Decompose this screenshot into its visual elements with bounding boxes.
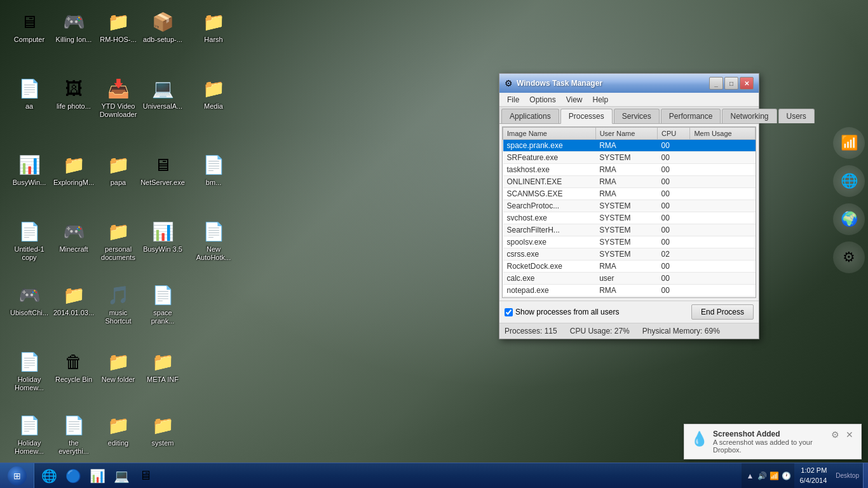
tray-network-icon[interactable]: 📶 (769, 471, 779, 481)
icon-label-ytd-video: YTD Video Downloader (98, 102, 139, 119)
close-button[interactable]: ✕ (740, 77, 754, 90)
tray-time-icon[interactable]: 🕐 (781, 471, 791, 481)
proc-name-10: RocketDock.exe (503, 261, 596, 273)
maximize-button[interactable]: □ (724, 77, 738, 90)
notification-settings-icon[interactable]: ⚙ (831, 430, 839, 440)
table-row[interactable]: spoolsv.exe SYSTEM 00 (503, 236, 756, 248)
desktop-icon-new-autohotk[interactable]: 📄 New AutoHotk... (191, 216, 236, 264)
desktop-icon-new-folder[interactable]: 📁 New folder (95, 346, 141, 386)
col-image-name[interactable]: Image Name (503, 128, 596, 140)
desktop-icon-life-photo[interactable]: 🖼 life photo... (51, 73, 97, 113)
desktop-label[interactable]: Desktop (832, 472, 863, 479)
taskbar-chrome-icon[interactable]: 🔵 (62, 464, 85, 487)
show-desktop-button[interactable] (863, 463, 868, 489)
menu-file[interactable]: File (502, 94, 524, 105)
table-row[interactable]: notepad.exe RMA 00 (503, 285, 756, 297)
table-row[interactable]: svchost.exe SYSTEM 00 (503, 212, 756, 224)
start-button[interactable]: ⊞ (0, 463, 34, 489)
tab-performance[interactable]: Performance (661, 109, 721, 123)
desktop-icon-computer[interactable]: 🖥 Computer (6, 6, 52, 46)
col-cpu[interactable]: CPU (658, 128, 690, 140)
sidebar-right: 📶 🌐 🌍 ⚙ (833, 127, 865, 273)
desktop-icon-holiday-hw2[interactable]: 📄 Holiday Homew... (6, 410, 52, 458)
proc-user-1: SYSTEM (595, 152, 657, 164)
tab-users[interactable]: Users (778, 109, 815, 123)
menu-view[interactable]: View (561, 94, 588, 105)
desktop-icon-media[interactable]: 📁 Media (191, 73, 236, 113)
desktop-icon-busywin35[interactable]: 📊 BusyWin 3.5 (140, 216, 186, 256)
desktop-icon-ubisoft[interactable]: 🎮 UbisoftChi... (6, 280, 52, 320)
sidebar-globe2-icon[interactable]: 🌍 (833, 203, 865, 235)
desktop-icon-bm[interactable]: 📄 bm... (191, 149, 236, 189)
tray-arrow-icon[interactable]: ▲ (745, 471, 755, 481)
tab-networking[interactable]: Networking (722, 109, 776, 123)
taskbar-task5-icon[interactable]: 🖥 (134, 464, 157, 487)
desktop-icon-music-shortcut[interactable]: 🎵 music Shortcut (95, 280, 141, 328)
desktop-icon-holiday-hw[interactable]: 📄 Holiday Homew... (6, 346, 52, 395)
icon-label-universala: UniversalA... (143, 102, 182, 111)
desktop-icon-system[interactable]: 📁 system (140, 410, 186, 450)
clock[interactable]: 1:02 PM 6/4/2014 (794, 466, 832, 485)
icon-img-minecraft: 🎮 (61, 219, 86, 244)
desktop-icon-aa[interactable]: 📄 aa (6, 73, 52, 113)
table-row[interactable]: SearchFilterH... SYSTEM 00 (503, 224, 756, 236)
tab-services[interactable]: Services (614, 109, 660, 123)
notification-close-icon[interactable]: ✕ (844, 430, 855, 440)
minimize-button[interactable]: _ (709, 77, 723, 90)
icon-label-system: system (152, 439, 174, 447)
desktop-icon-minecraft[interactable]: 🎮 Minecraft (51, 216, 97, 256)
table-row[interactable]: SearchProtoc... SYSTEM 00 (503, 200, 756, 212)
table-row[interactable]: space.prank.exe RMA 00 (503, 140, 756, 152)
tab-processes[interactable]: Processes (560, 109, 613, 124)
end-process-button[interactable]: End Process (691, 304, 754, 320)
desktop-icon-meta-inf[interactable]: 📁 META INF (140, 346, 186, 386)
desktop-icon-papa[interactable]: 📁 papa (95, 149, 141, 189)
desktop-icon-recycle-bin[interactable]: 🗑 Recycle Bin (51, 346, 97, 386)
proc-user-10: RMA (595, 261, 657, 273)
col-mem[interactable]: Mem Usage (690, 128, 756, 140)
icon-img-netserver: 🖥 (150, 152, 175, 177)
sidebar-wifi-icon[interactable]: 📶 (833, 127, 865, 159)
icon-img-system: 📁 (150, 412, 175, 438)
desktop-icon-busywin[interactable]: 📊 BusyWin... (6, 149, 52, 189)
col-user-name[interactable]: User Name (595, 128, 657, 140)
desktop-icon-editing[interactable]: 📁 editing (95, 410, 141, 450)
show-all-checkbox-input[interactable] (505, 308, 513, 316)
table-row[interactable]: taskhost.exe RMA 00 (503, 164, 756, 176)
desktop-icon-2014[interactable]: 📁 2014.01.03... (51, 280, 97, 320)
desktop-icon-killing[interactable]: 🎮 Killing Ion... (51, 6, 97, 46)
proc-mem-8 (690, 236, 756, 248)
taskbar-network-icon[interactable]: 💻 (110, 464, 133, 487)
taskbar-busywin-icon[interactable]: 📊 (86, 464, 109, 487)
table-row[interactable]: RocketDock.exe RMA 00 (503, 261, 756, 273)
table-row[interactable]: csrss.exe SYSTEM 02 (503, 248, 756, 261)
tab-applications[interactable]: Applications (501, 109, 559, 123)
table-row[interactable]: ONLINENT.EXE RMA 00 (503, 176, 756, 188)
table-row[interactable]: SCANMSG.EXE RMA 00 (503, 188, 756, 200)
sidebar-settings-icon[interactable]: ⚙ (833, 241, 865, 273)
menu-options[interactable]: Options (524, 94, 560, 105)
desktop-icon-rm-hos[interactable]: 📁 RM-HOS-... (95, 6, 141, 46)
desktop-icon-harsh[interactable]: 📁 Harsh (191, 6, 236, 46)
table-row[interactable]: SRFeature.exe SYSTEM 00 (503, 152, 756, 164)
desktop-icon-netserver[interactable]: 🖥 NetServer.exe (140, 149, 186, 189)
desktop-icon-universala[interactable]: 💻 UniversalA... (140, 73, 186, 113)
show-all-processes-checkbox[interactable]: Show processes from all users (505, 308, 619, 316)
desktop-icon-personal-docs[interactable]: 📁 personal documents (95, 216, 141, 264)
sidebar-globe1-icon[interactable]: 🌐 (833, 165, 865, 197)
table-row[interactable]: CNSEMAIN.EXE RMA 00 (503, 297, 756, 299)
desktop-icon-the-everything[interactable]: 📄 the everythi... (51, 410, 97, 458)
taskbar-ie-icon[interactable]: 🌐 (37, 464, 60, 487)
process-table-container[interactable]: Image Name User Name CPU Mem Usage space… (502, 126, 756, 298)
table-row[interactable]: calc.exe user 00 (503, 273, 756, 285)
tray-volume-icon[interactable]: 🔊 (757, 471, 767, 481)
desktop-icon-adb-setup[interactable]: 📦 adb-setup-... (140, 6, 186, 46)
desktop-icon-untitled1[interactable]: 📄 Untitled-1 copy (6, 216, 52, 264)
desktop-icon-space-prank[interactable]: 📄 space prank... (140, 280, 186, 328)
icon-img-busywin: 📊 (17, 152, 42, 177)
desktop-icon-exploringm[interactable]: 📁 ExploringM... (51, 149, 97, 189)
menu-help[interactable]: Help (588, 94, 614, 105)
icon-label-netserver: NetServer.exe (140, 179, 185, 187)
proc-user-9: SYSTEM (595, 248, 657, 261)
desktop-icon-ytd-video[interactable]: 📥 YTD Video Downloader (95, 73, 141, 121)
